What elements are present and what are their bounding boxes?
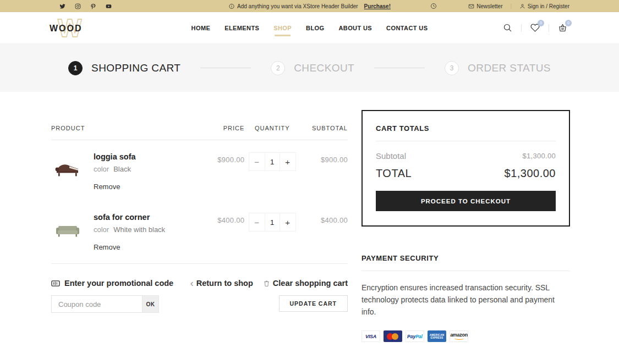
proceed-to-checkout-button[interactable]: PROCEED TO CHECKOUT bbox=[376, 191, 556, 211]
instagram-icon[interactable] bbox=[75, 3, 81, 9]
envelope-icon bbox=[468, 3, 474, 9]
pinterest-icon[interactable] bbox=[90, 3, 96, 9]
clock-icon bbox=[430, 3, 437, 9]
quantity-cell: − + bbox=[244, 152, 300, 191]
mastercard-icon bbox=[384, 330, 402, 342]
coupon-ok-button[interactable]: OK bbox=[142, 295, 159, 313]
newsletter-label: Newsletter bbox=[476, 3, 502, 9]
remove-link[interactable]: Remove bbox=[94, 183, 136, 191]
subtotal-cell: $900.00 bbox=[300, 152, 348, 191]
social-links bbox=[59, 3, 112, 9]
main-nav: HOME ELEMENTS SHOP BLOG ABOUT US CONTACT… bbox=[191, 25, 428, 31]
cart-sidebar: CART TOTALS Subtotal $1,300.00 TOTAL $1,… bbox=[361, 110, 570, 342]
qty-increase-button[interactable]: + bbox=[280, 153, 295, 170]
step-label: SHOPPING CART bbox=[91, 62, 180, 74]
price-cell: $900.00 bbox=[184, 152, 245, 191]
topbar-account-links: Newsletter | Sign in / Register bbox=[468, 3, 569, 9]
nav-about-us[interactable]: ABOUT US bbox=[338, 25, 372, 31]
nav-shop[interactable]: SHOP bbox=[273, 25, 292, 31]
attribute-value: White with black bbox=[113, 225, 165, 234]
nav-blog[interactable]: BLOG bbox=[306, 25, 324, 31]
attribute-label: color bbox=[94, 225, 109, 234]
cart-links: ‹ Return to shop Clear shopping cart bbox=[190, 278, 348, 288]
product-image-loggia-sofa[interactable] bbox=[51, 152, 84, 185]
header-icons: 0 0 bbox=[501, 21, 569, 35]
cart-button[interactable]: 0 bbox=[556, 21, 569, 35]
total-label: TOTAL bbox=[376, 167, 412, 180]
update-cart-button[interactable]: UPDATE CART bbox=[279, 295, 348, 312]
step-number: 2 bbox=[271, 61, 285, 75]
attribute-label: color bbox=[94, 165, 109, 173]
coupon-icon bbox=[51, 280, 60, 287]
column-price: PRICE bbox=[184, 125, 245, 131]
newsletter-link[interactable]: Newsletter bbox=[468, 3, 502, 9]
header-builder-promo: Add anything you want via XStore Header … bbox=[228, 3, 391, 9]
step-shopping-cart: 1 SHOPPING CART bbox=[68, 61, 180, 75]
cart-page-content: PRODUCT PRICE QUANTITY SUBTOTAL loggia s… bbox=[51, 92, 570, 342]
paypal-icon: PayPal bbox=[406, 330, 424, 342]
payment-security-title: PAYMENT SECURITY bbox=[361, 254, 570, 271]
coupon-form: OK bbox=[51, 295, 159, 313]
step-label: ORDER STATUS bbox=[468, 62, 551, 74]
qty-decrease-button[interactable]: − bbox=[249, 213, 265, 231]
clear-cart-link[interactable]: Clear shopping cart bbox=[263, 279, 348, 288]
subtotal-row: Subtotal $1,300.00 bbox=[376, 151, 556, 161]
total-row: TOTAL $1,300.00 bbox=[376, 167, 556, 180]
product-name[interactable]: sofa for corner bbox=[94, 213, 165, 222]
nav-home[interactable]: HOME bbox=[191, 25, 211, 31]
coupon-update-row: OK UPDATE CART bbox=[51, 295, 348, 313]
product-name[interactable]: loggia sofa bbox=[94, 152, 136, 161]
promo-title-text: Enter your promotional code bbox=[64, 279, 173, 288]
table-bottom-divider bbox=[51, 263, 348, 264]
sign-in-label: Sign in / Register bbox=[528, 3, 569, 9]
cart-totals-title: CART TOTALS bbox=[376, 124, 556, 141]
cart-totals-box: CART TOTALS Subtotal $1,300.00 TOTAL $1,… bbox=[361, 110, 570, 227]
info-icon bbox=[228, 3, 234, 9]
product-cell: loggia sofa colorBlack Remove bbox=[51, 152, 184, 191]
amex-icon: AMERICAN EXPRESS bbox=[428, 330, 446, 342]
product-image-sofa-for-corner[interactable] bbox=[51, 213, 84, 246]
visa-icon: VISA bbox=[361, 330, 380, 342]
qty-decrease-button[interactable]: − bbox=[249, 153, 265, 170]
step-number: 3 bbox=[445, 61, 459, 75]
payment-security-section: PAYMENT SECURITY Encryption ensures incr… bbox=[361, 254, 570, 342]
return-to-shop-link[interactable]: ‹ Return to shop bbox=[190, 278, 253, 288]
search-button[interactable] bbox=[501, 21, 514, 35]
cart-table-header: PRODUCT PRICE QUANTITY SUBTOTAL bbox=[51, 125, 348, 140]
nav-elements[interactable]: ELEMENTS bbox=[224, 25, 259, 31]
user-icon bbox=[519, 3, 525, 9]
qty-input[interactable] bbox=[265, 153, 280, 170]
trash-icon bbox=[263, 279, 270, 288]
attribute-value: Black bbox=[113, 165, 131, 173]
product-info: loggia sofa colorBlack Remove bbox=[94, 152, 136, 191]
twitter-icon[interactable] bbox=[59, 3, 65, 9]
product-attribute: colorWhite with black bbox=[94, 225, 165, 234]
divider bbox=[521, 24, 522, 32]
purchase-link[interactable]: Purchase! bbox=[364, 3, 391, 9]
wishlist-count-badge: 0 bbox=[538, 20, 544, 26]
sign-in-link[interactable]: Sign in / Register bbox=[519, 3, 569, 9]
amazon-icon: amazon bbox=[450, 330, 468, 342]
search-icon bbox=[503, 23, 512, 32]
quantity-cell: − + bbox=[244, 213, 300, 251]
separator: | bbox=[508, 3, 514, 9]
wishlist-button[interactable]: 0 bbox=[528, 21, 542, 35]
logo-text: WOOD bbox=[50, 24, 83, 34]
nav-contact-us[interactable]: CONTACT US bbox=[386, 25, 428, 31]
remove-link[interactable]: Remove bbox=[94, 243, 165, 251]
step-number: 1 bbox=[68, 61, 83, 75]
qty-input[interactable] bbox=[265, 213, 280, 231]
chevron-left-icon: ‹ bbox=[190, 278, 194, 288]
coupon-input[interactable] bbox=[51, 295, 142, 313]
step-order-status[interactable]: 3 ORDER STATUS bbox=[445, 61, 551, 75]
site-header: W WOOD HOME ELEMENTS SHOP BLOG ABOUT US … bbox=[0, 12, 619, 44]
youtube-icon[interactable] bbox=[106, 3, 112, 9]
quantity-stepper: − + bbox=[249, 152, 296, 171]
column-product: PRODUCT bbox=[51, 125, 184, 131]
promo-text: Add anything you want via XStore Header … bbox=[237, 3, 358, 9]
payment-methods: VISA PayPal AMERICAN EXPRESS amazon bbox=[361, 330, 570, 342]
logo[interactable]: W WOOD bbox=[50, 14, 89, 42]
qty-increase-button[interactable]: + bbox=[280, 213, 295, 231]
step-checkout[interactable]: 2 CHECKOUT bbox=[271, 61, 354, 75]
column-subtotal: SUBTOTAL bbox=[300, 125, 348, 131]
